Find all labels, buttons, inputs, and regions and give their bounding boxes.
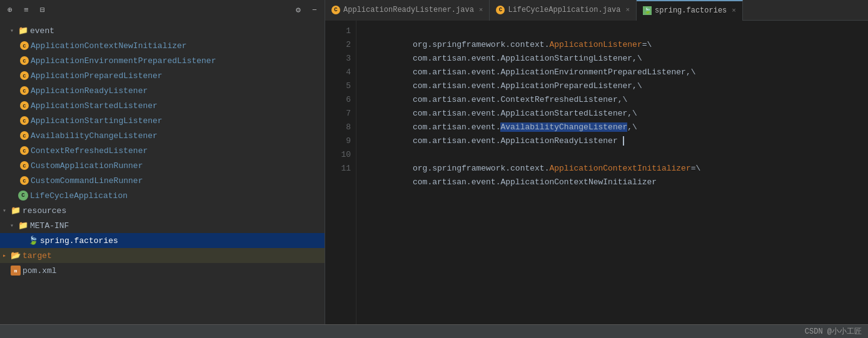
arrow-icon: ▸ xyxy=(3,252,9,259)
cursor xyxy=(618,136,624,146)
tree-item-target[interactable]: ▸ 📂 target xyxy=(0,248,325,263)
editor-tabs: C ApplicationReadyListener.java × C Life… xyxy=(325,0,868,21)
tree-item-label: ApplicationPreparedListener xyxy=(31,71,163,81)
factories-icon: 🍃 xyxy=(643,6,652,15)
toolbar-sort-btn[interactable]: ⊟ xyxy=(35,2,50,17)
factories-file-icon: 🍃 xyxy=(28,236,38,246)
tree-item-label: spring.factories xyxy=(40,236,118,246)
tree-item-label: event xyxy=(30,26,54,36)
target-icon: 📂 xyxy=(11,251,21,261)
line-num-10: 10 xyxy=(325,148,356,162)
tree-item-label: LifeCycleApplication xyxy=(30,191,128,201)
code-lines: org.springframework.context.ApplicationL… xyxy=(356,21,868,324)
file-tree: ▾ 📁 event C ApplicationContextNewInitial… xyxy=(0,21,325,324)
toolbar-area: ⊕ ≡ ⊟ ⚙ − xyxy=(0,0,325,21)
tab-label: spring.factories xyxy=(655,6,727,15)
class-icon: C xyxy=(20,56,29,65)
code-line-1: org.springframework.context.ApplicationL… xyxy=(364,24,868,38)
tree-item-lifecycle[interactable]: ▸ C LifeCycleApplication xyxy=(0,188,325,203)
class-icon: C xyxy=(20,176,29,185)
folder-icon: 📁 xyxy=(18,221,28,231)
class-icon: C xyxy=(20,41,29,50)
line-num-9: 9 xyxy=(325,134,356,148)
tab-spring-factories[interactable]: 🍃 spring.factories × xyxy=(637,0,743,21)
line-num-2: 2 xyxy=(325,38,356,52)
line-numbers: 1 2 3 4 5 6 7 8 9 10 11 xyxy=(325,21,356,324)
tree-item-appstarting[interactable]: C ApplicationStartingListener xyxy=(0,113,325,128)
arrow-icon: ▾ xyxy=(10,222,16,229)
tab-label: LifeCycleApplication.java xyxy=(508,6,620,14)
tree-item-label: ApplicationStartingListener xyxy=(31,116,163,126)
toolbar-add-btn[interactable]: ⊕ xyxy=(3,2,18,17)
tree-item-availchange[interactable]: C AvailabilityChangeListener xyxy=(0,128,325,143)
line-num-7: 7 xyxy=(325,107,356,121)
editor-content: 1 2 3 4 5 6 7 8 9 10 11 org.springframew… xyxy=(325,21,868,324)
tree-folder-resources[interactable]: ▾ 📁 resources xyxy=(0,203,325,218)
class-icon: C xyxy=(20,161,29,170)
tree-item-appcontextnew[interactable]: C ApplicationContextNewInitializer xyxy=(0,38,325,53)
tree-item-label: ContextRefreshedListener xyxy=(31,146,148,156)
tab-close-btn[interactable]: × xyxy=(479,6,483,14)
folder-icon: 📁 xyxy=(11,206,21,216)
line-num-6: 6 xyxy=(325,93,356,107)
code-line-10: org.springframework.context.ApplicationC… xyxy=(364,148,868,162)
editor-area[interactable]: 1 2 3 4 5 6 7 8 9 10 11 org.springframew… xyxy=(325,21,868,324)
tree-item-label: pom.xml xyxy=(23,266,57,276)
class-icon: C xyxy=(20,146,29,155)
tab-lifecycle[interactable]: C LifeCycleApplication.java × xyxy=(490,0,637,21)
folder-icon: 📁 xyxy=(18,26,28,36)
toolbar-align-btn[interactable]: ≡ xyxy=(19,2,34,17)
tree-item-pom[interactable]: ▸ m pom.xml xyxy=(0,263,325,278)
class-icon: C xyxy=(20,101,29,110)
arrow-icon: ▾ xyxy=(10,27,16,34)
tree-item-customcmd[interactable]: C CustomCommandLineRunner xyxy=(0,173,325,188)
line-num-8: 8 xyxy=(325,121,356,134)
tab-bar: ⊕ ≡ ⊟ ⚙ − C ApplicationReadyListener.jav… xyxy=(0,0,868,21)
appclass-icon: C xyxy=(18,191,28,201)
tree-item-label: ApplicationReadyListener xyxy=(31,86,148,96)
tree-item-label: META-INF xyxy=(30,221,69,231)
tab-close-btn[interactable]: × xyxy=(732,7,736,14)
tree-item-ctxrefresh[interactable]: C ContextRefreshedListener xyxy=(0,143,325,158)
tree-item-label: ApplicationContextNewInitializer xyxy=(31,41,187,51)
class-icon: C xyxy=(20,131,29,140)
status-bar: CSDN @小小工匠 xyxy=(0,324,868,338)
tab-label: ApplicationReadyListener.java xyxy=(343,6,474,14)
tree-folder-metainf[interactable]: ▾ 📁 META-INF xyxy=(0,218,325,233)
tree-item-label: resources xyxy=(23,206,66,216)
tab-close-btn[interactable]: × xyxy=(625,6,630,14)
tree-item-appstarted[interactable]: C ApplicationStartedListener xyxy=(0,98,325,113)
line-num-1: 1 xyxy=(325,24,356,38)
highlighted-word: AvailabilityChangeListener xyxy=(500,122,627,132)
tree-item-appprep[interactable]: C ApplicationPreparedListener xyxy=(0,68,325,83)
tab-app-ready[interactable]: C ApplicationReadyListener.java × xyxy=(325,0,490,21)
tree-item-appready[interactable]: C ApplicationReadyListener xyxy=(0,83,325,98)
class-icon: C xyxy=(20,116,29,125)
class-icon: C xyxy=(20,71,29,80)
tree-item-appenvprep[interactable]: C ApplicationEnvironmentPreparedListener xyxy=(0,53,325,68)
tree-item-label: CustomApplicationRunner xyxy=(31,161,143,171)
class-icon: C xyxy=(20,86,29,95)
tree-item-label: ApplicationStartedListener xyxy=(31,101,158,111)
tree-folder-event[interactable]: ▾ 📁 event xyxy=(0,23,325,38)
java-icon: C xyxy=(331,6,340,14)
status-attribution: CSDN @小小工匠 xyxy=(805,326,862,337)
arrow-icon: ▾ xyxy=(3,207,9,214)
toolbar-collapse-btn[interactable]: − xyxy=(307,2,322,17)
tree-item-spring-factories[interactable]: ▸ 🍃 spring.factories xyxy=(0,233,325,248)
toolbar-settings-btn[interactable]: ⚙ xyxy=(291,2,306,17)
line-num-4: 4 xyxy=(325,66,356,79)
line-num-3: 3 xyxy=(325,52,356,66)
pom-icon: m xyxy=(11,266,21,276)
tree-item-label: ApplicationEnvironmentPreparedListener xyxy=(31,56,216,66)
line-num-11: 11 xyxy=(325,162,356,176)
tree-item-customrunner[interactable]: C CustomApplicationRunner xyxy=(0,158,325,173)
line-num-5: 5 xyxy=(325,79,356,93)
tree-item-label: CustomCommandLineRunner xyxy=(31,176,143,186)
tree-item-label: AvailabilityChangeListener xyxy=(31,131,158,141)
main-area: ▾ 📁 event C ApplicationContextNewInitial… xyxy=(0,21,868,324)
java-icon: C xyxy=(496,6,505,14)
tree-item-label: target xyxy=(23,251,52,261)
